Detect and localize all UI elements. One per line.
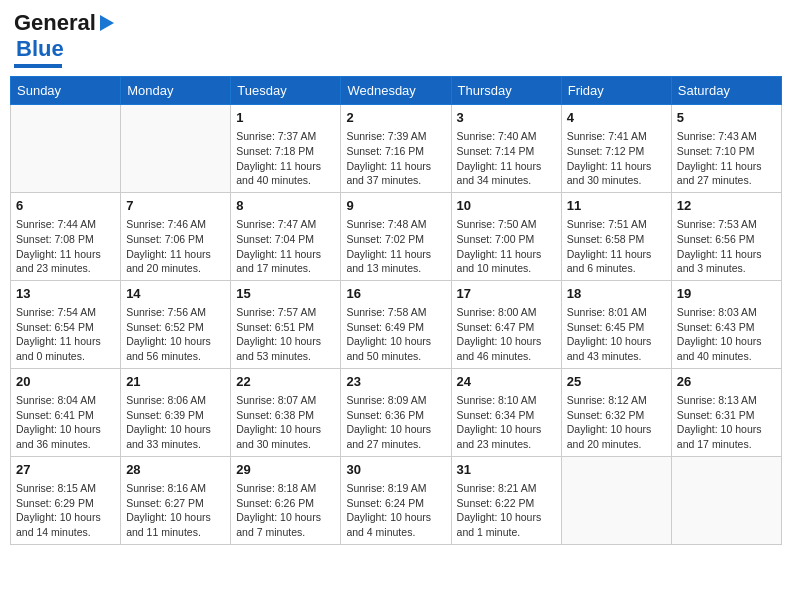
calendar-cell: 4Sunrise: 7:41 AM Sunset: 7:12 PM Daylig… (561, 105, 671, 193)
calendar-header-saturday: Saturday (671, 77, 781, 105)
day-number: 25 (567, 373, 666, 391)
day-info: Sunrise: 8:10 AM Sunset: 6:34 PM Dayligh… (457, 393, 556, 452)
calendar-cell: 3Sunrise: 7:40 AM Sunset: 7:14 PM Daylig… (451, 105, 561, 193)
logo-blue-bar (14, 64, 62, 68)
day-number: 27 (16, 461, 115, 479)
calendar-header-sunday: Sunday (11, 77, 121, 105)
calendar-week-5: 27Sunrise: 8:15 AM Sunset: 6:29 PM Dayli… (11, 456, 782, 544)
calendar-cell: 15Sunrise: 7:57 AM Sunset: 6:51 PM Dayli… (231, 280, 341, 368)
day-number: 2 (346, 109, 445, 127)
day-number: 11 (567, 197, 666, 215)
day-info: Sunrise: 8:07 AM Sunset: 6:38 PM Dayligh… (236, 393, 335, 452)
day-info: Sunrise: 8:03 AM Sunset: 6:43 PM Dayligh… (677, 305, 776, 364)
day-number: 23 (346, 373, 445, 391)
day-info: Sunrise: 8:16 AM Sunset: 6:27 PM Dayligh… (126, 481, 225, 540)
day-info: Sunrise: 7:46 AM Sunset: 7:06 PM Dayligh… (126, 217, 225, 276)
day-number: 29 (236, 461, 335, 479)
day-info: Sunrise: 7:40 AM Sunset: 7:14 PM Dayligh… (457, 129, 556, 188)
calendar-header-wednesday: Wednesday (341, 77, 451, 105)
day-info: Sunrise: 7:47 AM Sunset: 7:04 PM Dayligh… (236, 217, 335, 276)
day-info: Sunrise: 7:51 AM Sunset: 6:58 PM Dayligh… (567, 217, 666, 276)
calendar-header-thursday: Thursday (451, 77, 561, 105)
day-info: Sunrise: 7:37 AM Sunset: 7:18 PM Dayligh… (236, 129, 335, 188)
day-number: 17 (457, 285, 556, 303)
calendar-cell: 20Sunrise: 8:04 AM Sunset: 6:41 PM Dayli… (11, 368, 121, 456)
calendar-cell: 29Sunrise: 8:18 AM Sunset: 6:26 PM Dayli… (231, 456, 341, 544)
calendar-cell: 9Sunrise: 7:48 AM Sunset: 7:02 PM Daylig… (341, 192, 451, 280)
day-info: Sunrise: 7:56 AM Sunset: 6:52 PM Dayligh… (126, 305, 225, 364)
calendar-cell: 22Sunrise: 8:07 AM Sunset: 6:38 PM Dayli… (231, 368, 341, 456)
calendar-cell: 7Sunrise: 7:46 AM Sunset: 7:06 PM Daylig… (121, 192, 231, 280)
calendar-cell: 16Sunrise: 7:58 AM Sunset: 6:49 PM Dayli… (341, 280, 451, 368)
day-number: 28 (126, 461, 225, 479)
calendar-cell: 10Sunrise: 7:50 AM Sunset: 7:00 PM Dayli… (451, 192, 561, 280)
logo-text-general: General (14, 10, 96, 36)
day-number: 16 (346, 285, 445, 303)
calendar-cell: 6Sunrise: 7:44 AM Sunset: 7:08 PM Daylig… (11, 192, 121, 280)
calendar-cell: 11Sunrise: 7:51 AM Sunset: 6:58 PM Dayli… (561, 192, 671, 280)
day-info: Sunrise: 8:18 AM Sunset: 6:26 PM Dayligh… (236, 481, 335, 540)
day-info: Sunrise: 7:57 AM Sunset: 6:51 PM Dayligh… (236, 305, 335, 364)
calendar-cell (561, 456, 671, 544)
calendar-cell: 26Sunrise: 8:13 AM Sunset: 6:31 PM Dayli… (671, 368, 781, 456)
calendar-body: 1Sunrise: 7:37 AM Sunset: 7:18 PM Daylig… (11, 105, 782, 545)
calendar-table: SundayMondayTuesdayWednesdayThursdayFrid… (10, 76, 782, 545)
calendar-cell: 14Sunrise: 7:56 AM Sunset: 6:52 PM Dayli… (121, 280, 231, 368)
logo-arrow-icon (100, 15, 114, 31)
calendar-cell (121, 105, 231, 193)
day-info: Sunrise: 8:15 AM Sunset: 6:29 PM Dayligh… (16, 481, 115, 540)
day-info: Sunrise: 7:53 AM Sunset: 6:56 PM Dayligh… (677, 217, 776, 276)
calendar-cell: 24Sunrise: 8:10 AM Sunset: 6:34 PM Dayli… (451, 368, 561, 456)
calendar-week-4: 20Sunrise: 8:04 AM Sunset: 6:41 PM Dayli… (11, 368, 782, 456)
day-info: Sunrise: 8:06 AM Sunset: 6:39 PM Dayligh… (126, 393, 225, 452)
calendar-header-row: SundayMondayTuesdayWednesdayThursdayFrid… (11, 77, 782, 105)
day-info: Sunrise: 7:44 AM Sunset: 7:08 PM Dayligh… (16, 217, 115, 276)
day-info: Sunrise: 8:00 AM Sunset: 6:47 PM Dayligh… (457, 305, 556, 364)
day-number: 6 (16, 197, 115, 215)
day-info: Sunrise: 8:12 AM Sunset: 6:32 PM Dayligh… (567, 393, 666, 452)
calendar-cell: 1Sunrise: 7:37 AM Sunset: 7:18 PM Daylig… (231, 105, 341, 193)
calendar-cell: 27Sunrise: 8:15 AM Sunset: 6:29 PM Dayli… (11, 456, 121, 544)
day-info: Sunrise: 8:13 AM Sunset: 6:31 PM Dayligh… (677, 393, 776, 452)
calendar-week-1: 1Sunrise: 7:37 AM Sunset: 7:18 PM Daylig… (11, 105, 782, 193)
day-info: Sunrise: 8:21 AM Sunset: 6:22 PM Dayligh… (457, 481, 556, 540)
day-info: Sunrise: 8:01 AM Sunset: 6:45 PM Dayligh… (567, 305, 666, 364)
day-number: 10 (457, 197, 556, 215)
day-info: Sunrise: 8:19 AM Sunset: 6:24 PM Dayligh… (346, 481, 445, 540)
day-number: 5 (677, 109, 776, 127)
day-number: 20 (16, 373, 115, 391)
day-info: Sunrise: 8:04 AM Sunset: 6:41 PM Dayligh… (16, 393, 115, 452)
day-number: 13 (16, 285, 115, 303)
calendar-cell: 25Sunrise: 8:12 AM Sunset: 6:32 PM Dayli… (561, 368, 671, 456)
page-header: General Blue (10, 10, 782, 68)
calendar-header-tuesday: Tuesday (231, 77, 341, 105)
day-info: Sunrise: 7:41 AM Sunset: 7:12 PM Dayligh… (567, 129, 666, 188)
logo-text-blue: Blue (16, 36, 64, 61)
day-number: 22 (236, 373, 335, 391)
day-number: 24 (457, 373, 556, 391)
calendar-cell: 30Sunrise: 8:19 AM Sunset: 6:24 PM Dayli… (341, 456, 451, 544)
day-number: 9 (346, 197, 445, 215)
calendar-cell (671, 456, 781, 544)
day-number: 12 (677, 197, 776, 215)
calendar-cell: 21Sunrise: 8:06 AM Sunset: 6:39 PM Dayli… (121, 368, 231, 456)
calendar-cell: 17Sunrise: 8:00 AM Sunset: 6:47 PM Dayli… (451, 280, 561, 368)
calendar-cell: 12Sunrise: 7:53 AM Sunset: 6:56 PM Dayli… (671, 192, 781, 280)
calendar-cell: 19Sunrise: 8:03 AM Sunset: 6:43 PM Dayli… (671, 280, 781, 368)
calendar-week-3: 13Sunrise: 7:54 AM Sunset: 6:54 PM Dayli… (11, 280, 782, 368)
day-number: 26 (677, 373, 776, 391)
day-number: 30 (346, 461, 445, 479)
day-number: 1 (236, 109, 335, 127)
day-number: 21 (126, 373, 225, 391)
calendar-header-monday: Monday (121, 77, 231, 105)
calendar-week-2: 6Sunrise: 7:44 AM Sunset: 7:08 PM Daylig… (11, 192, 782, 280)
calendar-cell: 28Sunrise: 8:16 AM Sunset: 6:27 PM Dayli… (121, 456, 231, 544)
day-number: 4 (567, 109, 666, 127)
calendar-cell: 5Sunrise: 7:43 AM Sunset: 7:10 PM Daylig… (671, 105, 781, 193)
day-number: 7 (126, 197, 225, 215)
day-number: 14 (126, 285, 225, 303)
calendar-header-friday: Friday (561, 77, 671, 105)
calendar-cell (11, 105, 121, 193)
day-info: Sunrise: 7:54 AM Sunset: 6:54 PM Dayligh… (16, 305, 115, 364)
day-info: Sunrise: 8:09 AM Sunset: 6:36 PM Dayligh… (346, 393, 445, 452)
